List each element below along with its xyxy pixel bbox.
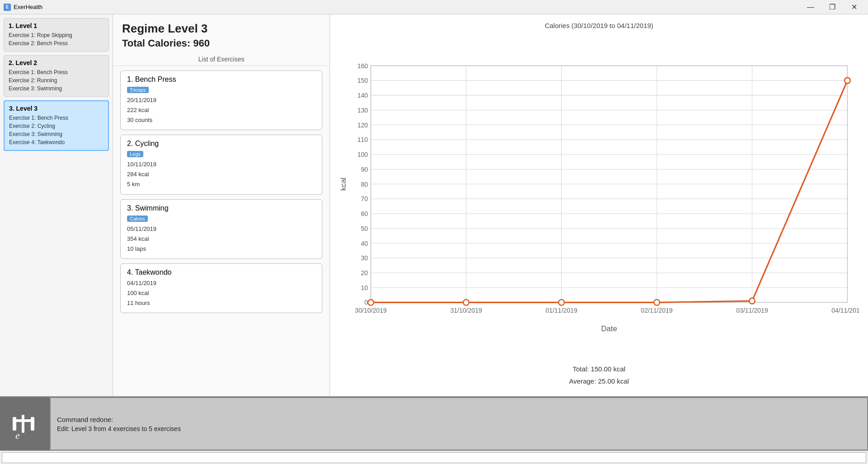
sidebar: 1. Level 1Exercise 1: Rope SkippingExerc… <box>0 14 113 396</box>
y-tick-label: 90 <box>361 166 368 173</box>
main-content: 1. Level 1Exercise 1: Rope SkippingExerc… <box>0 14 868 396</box>
calories-chart: kcalDate01020304050607080901001101201301… <box>339 33 859 358</box>
exercise-card-title-1: 1. Bench Press <box>127 75 316 84</box>
level-card-2[interactable]: 2. Level 2Exercise 1: Bench PressExercis… <box>4 55 109 97</box>
svg-rect-0 <box>13 417 16 431</box>
minimize-button[interactable]: — <box>800 0 821 14</box>
svg-rect-2 <box>22 415 24 433</box>
y-tick-label: 40 <box>361 240 368 247</box>
level-card-exercise-1-2: Exercise 2: Bench Press <box>9 39 104 47</box>
y-tick-label: 160 <box>357 62 368 70</box>
level-card-3[interactable]: 3. Level 3Exercise 1: Bench PressExercis… <box>4 100 109 151</box>
x-tick-label: 30/10/2019 <box>355 307 387 314</box>
exercise-tag-3: Calves <box>127 216 148 222</box>
svg-rect-1 <box>13 419 22 422</box>
exercises-list: 1. Bench PressTriceps20/11/2019222 kcal3… <box>113 66 330 396</box>
close-button[interactable]: ✕ <box>844 0 864 14</box>
level-card-title-3: 3. Level 3 <box>9 105 104 112</box>
titlebar-controls: — ❐ ✕ <box>800 0 864 14</box>
status-command: Command redone: <box>57 416 861 423</box>
exercise-card-2: 2. CyclingLegs10/11/2019284 kcal5 km <box>120 135 322 194</box>
chart-dot-1 <box>463 300 469 305</box>
app-icon: E <box>4 4 11 11</box>
app-title: ExerHealth <box>14 4 42 10</box>
level-card-exercise-3-1: Exercise 1: Bench Press <box>9 114 104 122</box>
x-tick-label: 31/10/2019 <box>450 307 482 314</box>
regime-title: Regime Level 3 <box>122 22 321 36</box>
level-card-exercise-3-4: Exercise 4: Taekwondo <box>9 138 104 146</box>
chart-average: Average: 25.00 kcal <box>339 375 859 387</box>
command-input[interactable] <box>2 452 866 463</box>
maximize-button[interactable]: ❐ <box>822 0 843 14</box>
x-tick-label: 02/11/2019 <box>641 307 673 314</box>
exercise-detail-3: 05/11/2019354 kcal10 laps <box>127 224 316 254</box>
center-panel: Regime Level 3 Total Calories: 960 List … <box>113 14 330 396</box>
y-tick-label: 140 <box>357 92 368 99</box>
y-tick-label: 100 <box>357 151 368 158</box>
exercises-label: List of Exercises <box>113 53 330 66</box>
level-card-exercise-2-1: Exercise 1: Bench Press <box>9 68 104 76</box>
exercise-detail-1: 20/11/2019222 kcal30 counts <box>127 95 316 125</box>
exercise-card-1: 1. Bench PressTriceps20/11/2019222 kcal3… <box>120 70 322 130</box>
level-card-exercise-3-3: Exercise 3: Swimming <box>9 130 104 138</box>
exerhealth-logo-icon: e <box>9 408 41 440</box>
level-card-exercise-2-3: Exercise 3: Swimming <box>9 84 104 93</box>
svg-text:e: e <box>15 430 20 440</box>
y-tick-label: 110 <box>357 136 368 143</box>
exercise-detail-2: 10/11/2019284 kcal5 km <box>127 159 316 189</box>
regime-calories: Total Calories: 960 <box>122 37 321 49</box>
level-card-exercise-2-2: Exercise 2: Running <box>9 76 104 84</box>
chart-dot-4 <box>749 298 755 304</box>
x-tick-label: 03/11/2019 <box>736 307 768 314</box>
titlebar-left: E ExerHealth <box>4 4 42 11</box>
y-axis-label: kcal <box>339 178 348 191</box>
status-detail: Edit: Level 3 from 4 exercises to 5 exer… <box>57 425 861 432</box>
regime-header: Regime Level 3 Total Calories: 960 <box>113 14 330 53</box>
level-card-title-2: 2. Level 2 <box>9 59 104 66</box>
chart-dot-0 <box>368 300 374 305</box>
chart-dot-3 <box>654 300 660 305</box>
statusbar-icon: e <box>0 397 50 450</box>
y-tick-label: 30 <box>361 254 368 262</box>
y-tick-label: 130 <box>357 107 368 114</box>
chart-dot-2 <box>559 300 565 305</box>
y-tick-label: 10 <box>361 284 368 291</box>
exercise-tag-2: Legs <box>127 151 143 157</box>
y-tick-label: 80 <box>361 181 368 188</box>
chart-dot-5 <box>844 78 850 84</box>
exercise-card-title-2: 2. Cycling <box>127 140 316 148</box>
level-card-1[interactable]: 1. Level 1Exercise 1: Rope SkippingExerc… <box>4 18 109 52</box>
chart-panel: Calories (30/10/2019 to 04/11/2019) kcal… <box>330 14 868 396</box>
y-tick-label: 120 <box>357 122 368 129</box>
svg-rect-4 <box>31 417 34 431</box>
y-tick-label: 20 <box>361 269 368 277</box>
x-tick-label: 04/11/2019 <box>831 307 859 314</box>
statusbar-text-area: Command redone: Edit: Level 3 from 4 exe… <box>50 397 868 450</box>
exercise-detail-4: 04/11/2019100 kcal11 hours <box>127 278 316 308</box>
exercise-card-title-3: 3. Swimming <box>127 204 316 212</box>
level-card-exercise-3-2: Exercise 2: Cycling <box>9 122 104 130</box>
level-card-exercise-1-1: Exercise 1: Rope Skipping <box>9 31 104 39</box>
titlebar: E ExerHealth — ❐ ✕ <box>0 0 868 14</box>
y-tick-label: 60 <box>361 210 368 217</box>
inputbar <box>0 450 868 464</box>
level-card-title-1: 1. Level 1 <box>9 22 104 29</box>
chart-stats: Total: 150.00 kcal Average: 25.00 kcal <box>339 358 859 389</box>
x-axis-label: Date <box>601 324 617 333</box>
y-tick-label: 50 <box>361 225 368 232</box>
exercise-tag-1: Triceps <box>127 87 149 93</box>
chart-line-segment <box>752 80 848 301</box>
x-tick-label: 01/11/2019 <box>546 307 577 314</box>
statusbar: e Command redone: Edit: Level 3 from 4 e… <box>0 396 868 450</box>
y-tick-label: 150 <box>357 77 368 84</box>
chart-total: Total: 150.00 kcal <box>339 363 859 375</box>
exercise-card-4: 4. Taekwondo04/11/2019100 kcal11 hours <box>120 263 322 313</box>
y-tick-label: 70 <box>361 195 368 202</box>
chart-title: Calories (30/10/2019 to 04/11/2019) <box>339 22 859 29</box>
exercise-card-title-4: 4. Taekwondo <box>127 268 316 277</box>
chart-container: kcalDate01020304050607080901001101201301… <box>339 33 859 358</box>
exercise-card-3: 3. SwimmingCalves05/11/2019354 kcal10 la… <box>120 199 322 259</box>
